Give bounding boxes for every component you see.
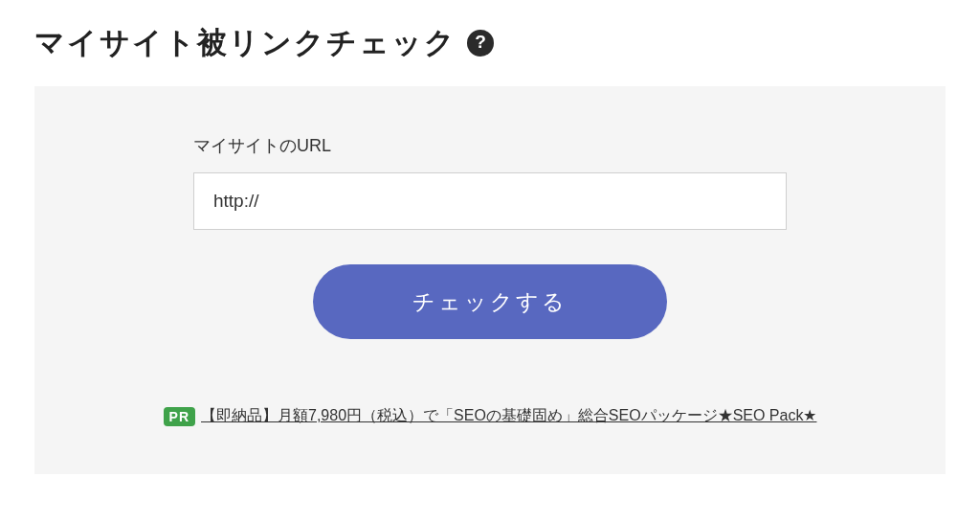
- check-button[interactable]: チェックする: [313, 264, 667, 339]
- help-icon[interactable]: ?: [466, 29, 495, 57]
- pr-line: PR 【即納品】月額7,980円（税込）で「SEOの基礎固め」総合SEOパッケー…: [92, 406, 888, 426]
- pr-link[interactable]: 【即納品】月額7,980円（税込）で「SEOの基礎固め」総合SEOパッケージ★S…: [201, 406, 816, 426]
- page-title: マイサイト被リンクチェック: [34, 23, 457, 63]
- submit-row: チェックする: [193, 264, 787, 339]
- url-input[interactable]: [193, 172, 787, 230]
- url-field-label: マイサイトのURL: [193, 134, 787, 157]
- form-area: マイサイトのURL チェックする: [193, 134, 787, 339]
- page-title-row: マイサイト被リンクチェック ?: [34, 23, 946, 63]
- pr-badge: PR: [164, 407, 195, 426]
- backlink-check-panel: マイサイトのURL チェックする PR 【即納品】月額7,980円（税込）で「S…: [34, 86, 946, 474]
- svg-text:?: ?: [475, 32, 486, 52]
